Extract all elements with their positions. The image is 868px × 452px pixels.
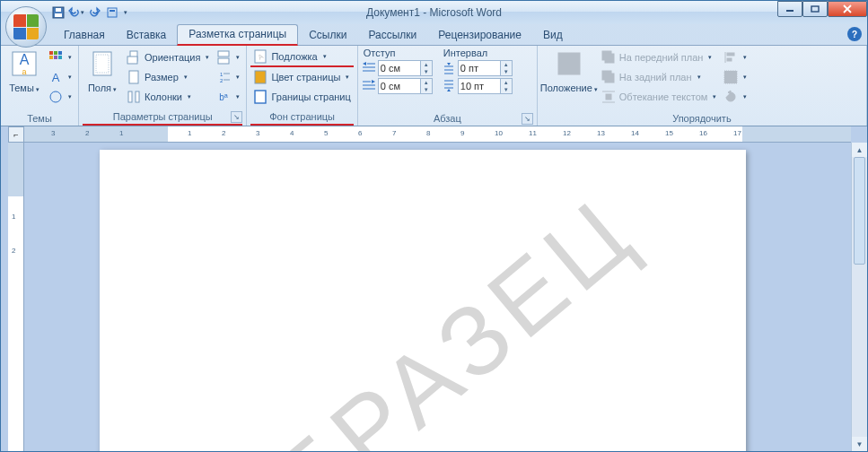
- theme-effects-button[interactable]: ▾: [46, 87, 75, 107]
- svg-rect-49: [561, 56, 568, 63]
- scroll-thumb[interactable]: [854, 157, 865, 265]
- svg-rect-6: [811, 6, 819, 12]
- group-themes: Aa Темы▾ ▾ A▾ ▾ Темы: [1, 46, 79, 126]
- group-title-paragraph: Абзац↘: [362, 112, 533, 126]
- svg-text:bª: bª: [220, 92, 229, 102]
- margins-button[interactable]: Поля▾: [83, 48, 122, 97]
- qat-preview-button[interactable]: [104, 4, 120, 21]
- horizontal-ruler[interactable]: 3211234567891011121314151617: [24, 126, 851, 143]
- position-button: Положение▾: [541, 48, 597, 97]
- group-title-page-setup: Параметры страницы↘: [83, 110, 242, 126]
- qat-save-button[interactable]: [50, 4, 66, 21]
- themes-button[interactable]: Aa Темы▾: [4, 48, 44, 97]
- spin-up[interactable]: ▲: [421, 61, 432, 68]
- svg-rect-21: [127, 56, 137, 64]
- tab-mailings[interactable]: Рассылки: [357, 26, 427, 45]
- tab-page-layout[interactable]: Разметка страницы: [177, 24, 298, 46]
- theme-fonts-button[interactable]: A▾: [46, 67, 75, 87]
- svg-rect-11: [54, 51, 57, 55]
- indent-left-icon: [362, 61, 376, 75]
- spacing-after-input[interactable]: [459, 81, 500, 91]
- svg-text:1: 1: [220, 72, 224, 77]
- indent-right-icon: [362, 79, 376, 93]
- svg-rect-54: [606, 94, 611, 100]
- office-button[interactable]: [5, 6, 47, 48]
- page-setup-launcher[interactable]: ↘: [231, 111, 242, 123]
- spin-up[interactable]: ▲: [501, 79, 512, 86]
- tab-references[interactable]: Ссылки: [298, 26, 357, 45]
- scroll-up-button[interactable]: ▲: [852, 143, 867, 157]
- qat-customize-arrow[interactable]: ▾: [124, 9, 127, 16]
- columns-icon: [127, 90, 141, 104]
- help-button[interactable]: ?: [847, 27, 862, 41]
- scroll-down-button[interactable]: ▼: [852, 437, 867, 451]
- spacing-before-input[interactable]: [459, 63, 500, 74]
- breaks-button[interactable]: ▾: [214, 48, 242, 67]
- svg-rect-5: [786, 10, 793, 12]
- svg-rect-61: [726, 73, 731, 77]
- spacing-after-spinner[interactable]: ▲▼: [458, 78, 513, 94]
- vertical-scrollbar[interactable]: ▲ ▼: [851, 143, 867, 451]
- tab-selector[interactable]: ⌐: [8, 126, 24, 143]
- svg-rect-2: [56, 8, 61, 12]
- group-title-themes: Темы: [4, 112, 75, 126]
- orientation-button[interactable]: Ориентация▾: [124, 48, 212, 67]
- svg-rect-22: [129, 71, 138, 83]
- page[interactable]: ОБРАЗЕЦ: [100, 150, 746, 451]
- group-icon: [723, 70, 738, 84]
- watermark-button[interactable]: AПодложка▾: [250, 48, 353, 67]
- indent-right-spinner[interactable]: ▲▼: [378, 78, 433, 94]
- page-borders-button[interactable]: Границы страниц: [250, 87, 353, 107]
- qat-undo-button[interactable]: ▾: [68, 4, 84, 21]
- vertical-ruler[interactable]: 12: [8, 143, 24, 451]
- size-button[interactable]: Размер▾: [124, 67, 212, 87]
- page-color-button[interactable]: Цвет страницы▾: [250, 67, 353, 87]
- theme-colors-button[interactable]: ▾: [46, 48, 75, 67]
- svg-rect-26: [218, 58, 229, 64]
- rotate-button: ▾: [721, 87, 750, 107]
- indent-right-input[interactable]: [379, 81, 420, 91]
- indent-left-input[interactable]: [379, 63, 420, 74]
- bring-front-icon: [601, 50, 616, 65]
- margins-icon: [88, 49, 117, 78]
- spacing-label: Интервал: [442, 48, 513, 58]
- qat-redo-button[interactable]: [86, 4, 102, 21]
- align-icon: [723, 50, 738, 65]
- svg-rect-1: [55, 13, 62, 17]
- spin-up[interactable]: ▲: [501, 61, 512, 68]
- spacing-before-spinner[interactable]: ▲▼: [458, 60, 513, 76]
- spin-up[interactable]: ▲: [421, 79, 432, 86]
- tab-review[interactable]: Рецензирование: [427, 26, 532, 45]
- tab-home[interactable]: Главная: [53, 26, 116, 45]
- hyphenation-button[interactable]: bª▾: [214, 87, 242, 107]
- group-page-background: AПодложка▾ Цвет страницы▾ Границы страни…: [247, 46, 357, 126]
- tab-view[interactable]: Вид: [532, 26, 574, 45]
- tab-insert[interactable]: Вставка: [116, 26, 178, 45]
- group-button: ▾: [721, 67, 750, 87]
- hyphenation-icon: bª: [216, 90, 231, 104]
- close-button[interactable]: [828, 1, 867, 17]
- bring-front-button: На передний план▾: [599, 48, 720, 67]
- group-paragraph: Отступ ▲▼ ▲▼ Интервал ▲▼: [358, 46, 538, 126]
- paragraph-launcher[interactable]: ↘: [522, 113, 533, 125]
- page-viewport[interactable]: ОБРАЗЕЦ: [24, 143, 851, 451]
- indent-left-spinner[interactable]: ▲▼: [378, 60, 433, 76]
- svg-rect-13: [49, 56, 53, 59]
- maximize-button[interactable]: [802, 1, 828, 17]
- line-numbers-button[interactable]: 12▾: [214, 67, 242, 87]
- size-icon: [127, 70, 141, 84]
- spin-down[interactable]: ▼: [421, 68, 432, 75]
- svg-text:2: 2: [220, 78, 224, 83]
- spin-down[interactable]: ▼: [501, 86, 512, 93]
- document-area: ⌐ 3211234567891011121314151617 12 ОБРАЗЕ…: [1, 126, 867, 451]
- minimize-button[interactable]: [777, 1, 802, 17]
- svg-rect-25: [218, 51, 229, 56]
- svg-rect-34: [255, 71, 266, 83]
- svg-rect-51: [602, 51, 611, 60]
- spin-down[interactable]: ▼: [421, 86, 432, 93]
- spin-down[interactable]: ▼: [501, 68, 512, 75]
- spacing-before-icon: [442, 61, 456, 75]
- columns-button[interactable]: Колонки▾: [124, 87, 212, 107]
- align-button: ▾: [721, 48, 750, 67]
- svg-rect-10: [49, 51, 53, 55]
